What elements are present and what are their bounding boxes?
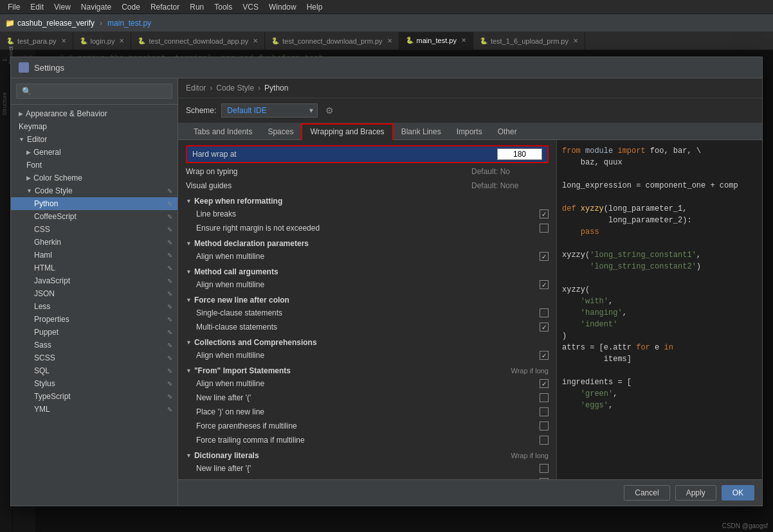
menu-help[interactable]: Help (302, 0, 328, 14)
section-keep-reformatting[interactable]: ▼ Keep when reformatting (186, 193, 549, 207)
menu-edit[interactable]: Edit (25, 0, 49, 14)
from-import-align-checkbox[interactable] (540, 379, 549, 388)
tree-scss[interactable]: SCSS ✎ (11, 351, 177, 364)
menu-window[interactable]: Window (264, 0, 302, 14)
menu-tools[interactable]: Tools (209, 0, 237, 14)
method-call-align-checkbox[interactable] (540, 280, 549, 289)
tree-sql[interactable]: SQL ✎ (11, 364, 177, 377)
visual-guides-label: Visual guides (186, 181, 471, 190)
section-method-call[interactable]: ▼ Method call arguments (186, 263, 549, 278)
line-breaks-checkbox[interactable] (540, 209, 549, 218)
tab-tabs-and-indents[interactable]: Tabs and Indents (186, 123, 260, 141)
apply-button[interactable]: Apply (675, 485, 716, 501)
preview-line-3 (562, 168, 757, 180)
menu-vcs[interactable]: VCS (237, 0, 264, 14)
method-decl-align-label: Align when multiline (196, 252, 540, 261)
place-paren-checkbox[interactable] (540, 407, 549, 416)
preview-line-1: from module import foo, bar, \ (562, 145, 757, 157)
tab-wrapping-and-braces[interactable]: Wrapping and Braces (301, 123, 393, 140)
scheme-dropdown[interactable]: Default IDE (221, 103, 318, 118)
tab-main-test[interactable]: 🐍main_test.py✕ (399, 32, 473, 49)
wrap-on-typing-label: Wrap on typing (186, 167, 471, 176)
section-method-declaration[interactable]: ▼ Method declaration parameters (186, 235, 549, 249)
ensure-margin-row: Ensure right margin is not exceeded (186, 221, 549, 235)
single-clause-checkbox[interactable] (540, 308, 549, 317)
settings-dialog: Settings ▶ Appearance & Behavior Keymap (10, 57, 763, 506)
tree-less[interactable]: Less ✎ (11, 300, 177, 313)
edit-icon: ✎ (167, 188, 172, 195)
hard-wrap-row: Hard wrap at (186, 145, 549, 163)
tab-login[interactable]: 🐍login.py✕ (73, 32, 132, 49)
method-decl-align-checkbox[interactable] (540, 252, 549, 261)
breadcrumb-editor: Editor (186, 84, 206, 93)
ok-button[interactable]: OK (722, 485, 754, 501)
tree-sass[interactable]: Sass ✎ (11, 339, 177, 351)
ensure-margin-checkbox[interactable] (540, 224, 549, 233)
multi-clause-label: Multi-clause statements (196, 323, 540, 332)
tab-blank-lines[interactable]: Blank Lines (394, 123, 449, 141)
visual-guides-value: Default: None (471, 181, 549, 190)
tab-spaces[interactable]: Spaces (260, 123, 301, 141)
menu-refactor[interactable]: Refactor (145, 0, 185, 14)
tab-test-upload-prm[interactable]: 🐍test_1_6_upload_prm.py✕ (473, 32, 585, 49)
line-breaks-label: Line breaks (196, 209, 540, 218)
cancel-button[interactable]: Cancel (624, 485, 669, 501)
menu-navigate[interactable]: Navigate (76, 0, 116, 14)
preview-line-18: attrs = [e.attr for e in (562, 342, 757, 353)
tree-gherkin[interactable]: Gherkin ✎ (11, 236, 177, 249)
tab-test-connect-download-app[interactable]: 🐍test_connect_download_app.py✕ (131, 32, 265, 49)
tree-haml[interactable]: Haml ✎ (11, 249, 177, 262)
collections-align-checkbox[interactable] (540, 351, 549, 360)
menu-code[interactable]: Code (116, 0, 145, 14)
multi-clause-row: Multi-clause statements (186, 320, 549, 334)
force-parens-checkbox[interactable] (540, 421, 549, 430)
tree-keymap[interactable]: Keymap (11, 120, 177, 133)
multi-clause-checkbox[interactable] (540, 323, 549, 332)
new-line-after-paren-checkbox[interactable] (540, 393, 549, 402)
tree-editor[interactable]: ▼ Editor (11, 133, 177, 146)
tree-json[interactable]: JSON ✎ (11, 287, 177, 300)
tree-color-scheme[interactable]: ▶ Color Scheme (11, 172, 177, 184)
tree-css[interactable]: CSS ✎ (11, 223, 177, 236)
preview-line-19: items] (562, 353, 757, 365)
preview-line-14: 'with', (562, 296, 757, 307)
menu-file[interactable]: File (3, 0, 25, 14)
force-trailing-comma-checkbox[interactable] (540, 436, 549, 445)
tab-other[interactable]: Other (490, 123, 525, 141)
tree-typescript[interactable]: TypeScript ✎ (11, 390, 177, 403)
edit-icon-python: ✎ (167, 200, 172, 208)
settings-title: Settings (34, 63, 64, 73)
tree-html[interactable]: HTML ✎ (11, 262, 177, 274)
tree-properties[interactable]: Properties ✎ (11, 313, 177, 326)
tree-font[interactable]: Font (11, 159, 177, 172)
menu-run[interactable]: Run (185, 0, 209, 14)
settings-search-input[interactable] (16, 84, 172, 99)
tree-coffeescript[interactable]: CoffeeScript ✎ (11, 210, 177, 223)
tree-appearance[interactable]: ▶ Appearance & Behavior (11, 107, 177, 120)
tree-yml[interactable]: YML ✎ (11, 403, 177, 416)
visual-guides-row: Visual guides Default: None (186, 179, 549, 193)
section-collections[interactable]: ▼ Collections and Comprehensions (186, 334, 549, 348)
section-from-import[interactable]: ▼ "From" Import Statements Wrap if long (186, 362, 549, 377)
gear-icon[interactable]: ⚙ (325, 105, 334, 116)
settings-form: Hard wrap at Wrap on typing Default: No … (178, 140, 556, 479)
dict-new-line-checkbox[interactable] (540, 464, 549, 473)
preview-line-10: xyzzy('long_string_constant1', (562, 249, 757, 261)
tree-stylus[interactable]: Stylus ✎ (11, 377, 177, 390)
search-area (11, 78, 177, 105)
preview-line-6: def xyzzy(long_parameter_1, (562, 203, 757, 215)
tree-general[interactable]: ▶ General (11, 146, 177, 159)
tree-code-style[interactable]: ▼ Code Style ✎ (11, 184, 177, 197)
from-import-align-row: Align when multiline (186, 377, 549, 391)
preview-line-20 (562, 365, 757, 377)
tree-javascript[interactable]: JavaScript ✎ (11, 274, 177, 287)
section-dict-literals[interactable]: ▼ Dictionary literals Wrap if long (186, 447, 549, 461)
hard-wrap-input[interactable] (497, 148, 542, 160)
tree-python[interactable]: Python ✎ (11, 197, 177, 210)
tree-puppet[interactable]: Puppet ✎ (11, 326, 177, 339)
tab-test-connect-download-prm[interactable]: 🐍test_connect_download_prm.py✕ (265, 32, 399, 49)
section-force-newline[interactable]: ▼ Force new line after colon (186, 292, 549, 306)
dict-new-line-label: New line after '{' (196, 464, 540, 473)
tab-imports[interactable]: Imports (449, 123, 490, 141)
menu-view[interactable]: View (49, 0, 76, 14)
